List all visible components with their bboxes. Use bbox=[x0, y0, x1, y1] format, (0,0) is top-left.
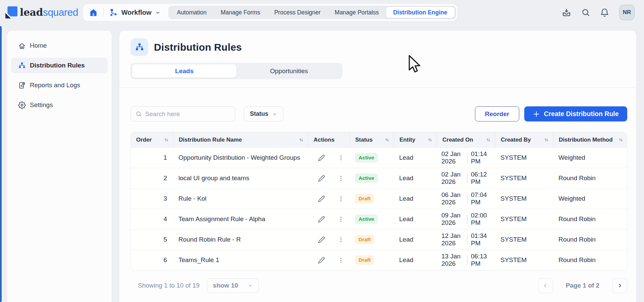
brand-logo[interactable]: leadsquared bbox=[5, 6, 78, 18]
cell-rule-name: Team Assignment Rule - Alpha bbox=[173, 215, 308, 223]
edit-pencil-icon[interactable] bbox=[318, 154, 325, 161]
cell-order: 6 bbox=[131, 256, 173, 264]
sidebar-item-distribution-rules[interactable]: Distribution Rules bbox=[11, 58, 108, 73]
cell-status: Active bbox=[350, 214, 394, 224]
cell-order: 5 bbox=[131, 236, 173, 243]
sort-icon[interactable] bbox=[299, 138, 304, 142]
search-box[interactable] bbox=[130, 106, 235, 121]
edit-pencil-icon[interactable] bbox=[318, 257, 325, 264]
cell-status: Draft bbox=[350, 194, 394, 203]
table-row: 5 Round Robin Rule - R Draft Lead 12 Jan… bbox=[131, 229, 627, 250]
cell-distribution-method: Round Robin bbox=[553, 256, 627, 264]
sort-icon[interactable] bbox=[385, 138, 389, 142]
sidebar-item-label: Reports and Logs bbox=[30, 82, 80, 89]
chevron-down-icon bbox=[272, 111, 277, 117]
app-root: leadsquared Workflow bbox=[0, 0, 644, 302]
created-date: 12 Jan 2026 bbox=[441, 232, 464, 247]
sort-icon[interactable] bbox=[164, 138, 169, 142]
sidebar-item-label: Home bbox=[30, 42, 47, 49]
search-icon bbox=[136, 110, 142, 117]
column-header-created-by[interactable]: Created By bbox=[495, 132, 553, 147]
column-header-created-on[interactable]: Created On bbox=[437, 132, 495, 147]
workflow-label: Workflow bbox=[121, 9, 152, 16]
notifications-button[interactable] bbox=[600, 8, 609, 17]
nav-home-button[interactable] bbox=[89, 8, 98, 17]
more-options-icon[interactable] bbox=[338, 237, 344, 243]
cell-rule-name: Opportunity Distribution - Weighted Grou… bbox=[173, 154, 308, 161]
cell-rule-name: local UI group and teams bbox=[173, 174, 308, 182]
home-filled-icon bbox=[89, 8, 98, 17]
search-button[interactable] bbox=[581, 8, 590, 17]
pagination-summary: Showing 1 to 10 of 19 bbox=[138, 282, 200, 289]
cell-entity: Lead bbox=[394, 236, 437, 243]
column-header-name[interactable]: Distribution Rule Name bbox=[173, 132, 308, 147]
sidebar-item-label: Settings bbox=[30, 101, 53, 109]
search-input[interactable] bbox=[145, 110, 230, 118]
created-time: 07:04 PM bbox=[471, 191, 488, 206]
cell-entity: Lead bbox=[394, 195, 437, 202]
next-page-button[interactable] bbox=[612, 278, 627, 293]
page-size-select[interactable]: show 10 bbox=[207, 279, 259, 293]
more-options-icon[interactable] bbox=[338, 175, 344, 182]
sort-icon[interactable] bbox=[544, 138, 549, 142]
create-distribution-rule-button[interactable]: Create Distribution Rule bbox=[524, 106, 627, 121]
sidebar-item-home[interactable]: Home bbox=[11, 38, 108, 53]
plus-icon bbox=[533, 110, 540, 118]
created-time: 06:12 PM bbox=[471, 171, 488, 185]
edit-pencil-icon[interactable] bbox=[318, 216, 325, 223]
edit-pencil-icon[interactable] bbox=[318, 195, 325, 202]
home-icon bbox=[18, 42, 26, 50]
table-row: 2 local UI group and teams Active Lead 0… bbox=[131, 168, 627, 188]
sidebar-item-settings[interactable]: Settings bbox=[11, 97, 108, 113]
collapsed-left-rail bbox=[0, 26, 2, 302]
cell-created-by: SYSTEM bbox=[495, 256, 553, 264]
cell-order: 1 bbox=[131, 154, 173, 161]
tab-opportunities[interactable]: Opportunities bbox=[237, 64, 341, 78]
sort-icon[interactable] bbox=[428, 138, 432, 142]
nav-tab-distribution-engine[interactable]: Distribution Engine bbox=[386, 7, 454, 18]
more-options-icon[interactable] bbox=[338, 216, 344, 222]
nav-tab-process-designer[interactable]: Process Designer bbox=[267, 6, 328, 19]
reorder-button[interactable]: Reorder bbox=[475, 106, 519, 121]
sidebar-item-reports-and-logs[interactable]: Reports and Logs bbox=[11, 78, 108, 93]
leadsquared-logo-icon bbox=[5, 6, 17, 18]
status-pill: Active bbox=[355, 173, 378, 183]
cell-created-by: SYSTEM bbox=[495, 236, 553, 243]
sort-icon[interactable] bbox=[486, 138, 491, 142]
logo-text-lead: lead bbox=[20, 6, 43, 18]
cell-order: 4 bbox=[131, 215, 173, 223]
edit-pencil-icon[interactable] bbox=[318, 175, 325, 182]
more-options-icon[interactable] bbox=[338, 257, 344, 263]
nav-tab-manage-forms[interactable]: Manage Forms bbox=[214, 6, 267, 19]
bell-icon bbox=[600, 8, 609, 17]
column-header-distribution-method[interactable]: Distribution Method bbox=[553, 132, 627, 147]
column-header-order[interactable]: Order bbox=[131, 132, 173, 147]
workflow-menu[interactable]: Workflow bbox=[109, 8, 161, 17]
import-tray-button[interactable] bbox=[562, 8, 571, 17]
user-avatar[interactable]: NR bbox=[619, 5, 635, 20]
table-row: 3 Rule - Kol Draft Lead 06 Jan 2026 07:0… bbox=[131, 188, 627, 209]
page-indicator: Page 1 of 2 bbox=[566, 282, 599, 289]
page-header: Distribution Rules bbox=[130, 38, 242, 56]
edit-pencil-icon[interactable] bbox=[318, 236, 325, 243]
main-panel: Distribution Rules Leads Opportunities S… bbox=[119, 30, 637, 302]
cell-created-by: SYSTEM bbox=[495, 195, 553, 202]
sort-icon[interactable] bbox=[619, 138, 623, 142]
nav-tab-automation[interactable]: Automation bbox=[170, 6, 214, 19]
previous-page-button[interactable] bbox=[538, 278, 553, 293]
tab-leads[interactable]: Leads bbox=[132, 64, 237, 78]
import-tray-icon bbox=[562, 8, 571, 17]
cell-created-on: 02 Jan 2026 01:14 PM bbox=[437, 150, 495, 165]
date-time-divider bbox=[467, 153, 468, 163]
more-options-icon[interactable] bbox=[338, 155, 344, 161]
more-options-icon[interactable] bbox=[338, 196, 344, 202]
cell-entity: Lead bbox=[394, 256, 437, 264]
column-header-status[interactable]: Status bbox=[350, 132, 394, 147]
cell-created-on: 02 Jan 2026 06:12 PM bbox=[437, 171, 495, 185]
created-date: 02 Jan 2026 bbox=[441, 150, 464, 165]
column-header-entity[interactable]: Entity bbox=[394, 132, 437, 147]
cell-status: Draft bbox=[350, 235, 394, 244]
nav-tab-manage-portals[interactable]: Manage Portalss bbox=[328, 6, 386, 19]
status-filter-dropdown[interactable]: Status bbox=[244, 106, 283, 121]
date-time-divider bbox=[467, 173, 468, 183]
